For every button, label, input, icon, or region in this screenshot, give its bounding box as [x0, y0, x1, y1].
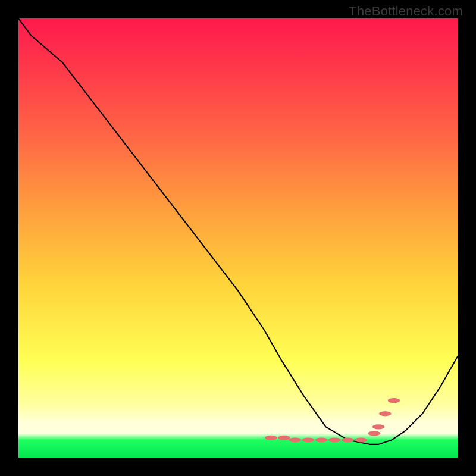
- chart-svg: [18, 18, 458, 458]
- marker-dot: [372, 424, 385, 429]
- marker-dot: [278, 436, 290, 440]
- marker-dot: [355, 437, 367, 442]
- curve-line: [18, 18, 458, 444]
- marker-dot: [328, 437, 341, 442]
- marker-dot: [379, 411, 392, 416]
- chart-stage: TheBottleneck.com: [0, 0, 476, 476]
- plot-area: [18, 18, 458, 458]
- marker-dot: [315, 437, 328, 442]
- marker-dot: [302, 437, 315, 442]
- marker-dot: [388, 398, 400, 403]
- marker-dot: [265, 436, 277, 440]
- watermark-text: TheBottleneck.com: [349, 4, 463, 19]
- marker-dot: [342, 437, 354, 442]
- marker-dot: [289, 437, 302, 442]
- marker-dots: [265, 398, 400, 443]
- marker-dot: [368, 431, 380, 436]
